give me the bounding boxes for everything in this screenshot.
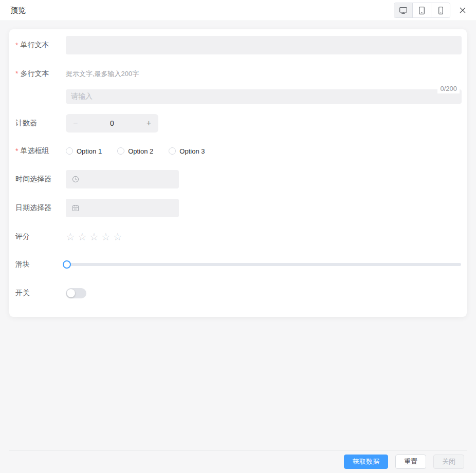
- star-icon[interactable]: ☆: [89, 232, 99, 242]
- toggle-switch[interactable]: [66, 288, 86, 298]
- preview-form-card: * 单行文本 * 多行文本 提示文字,最多输入200字 请输入 0/200 计数…: [9, 29, 467, 317]
- close-icon: [459, 6, 467, 14]
- star-icon[interactable]: ☆: [66, 232, 75, 242]
- radio-circle-icon: [66, 147, 73, 155]
- footer-divider: [9, 450, 467, 450]
- switch-knob: [67, 289, 75, 297]
- single-line-text-input[interactable]: [66, 36, 462, 54]
- monitor-icon: [399, 6, 408, 15]
- multi-line-textarea[interactable]: 请输入: [66, 89, 462, 104]
- device-desktop-button[interactable]: [394, 3, 413, 17]
- field-label: 时间选择器: [15, 170, 66, 188]
- field-single-line-text: * 单行文本: [15, 36, 462, 54]
- preview-header: 预览: [0, 0, 476, 21]
- calendar-icon: [72, 204, 79, 212]
- radio-group: Option 1 Option 2 Option 3: [66, 146, 220, 156]
- star-icon[interactable]: ☆: [113, 232, 122, 242]
- footer-buttons: 获取数据 重置 关闭: [344, 455, 464, 469]
- rating-stars: ☆ ☆ ☆ ☆ ☆: [66, 232, 125, 242]
- footer-bar: 获取数据 重置 关闭: [0, 450, 476, 473]
- time-picker-input[interactable]: [66, 170, 179, 188]
- required-mark: *: [15, 41, 18, 49]
- field-radio-group: * 单选框组 Option 1 Option 2 Option 3: [15, 146, 462, 156]
- field-label: 滑块: [15, 259, 66, 270]
- field-switch: 开关: [15, 288, 462, 298]
- radio-circle-icon: [169, 147, 176, 155]
- radio-circle-icon: [117, 147, 124, 155]
- field-label: * 单行文本: [15, 36, 66, 54]
- page-title: 预览: [10, 6, 26, 15]
- slider-track[interactable]: [64, 263, 461, 266]
- field-label: * 单选框组: [15, 146, 66, 156]
- field-hint-text: 提示文字,最多输入200字: [66, 69, 462, 79]
- field-multi-line-text: * 多行文本 提示文字,最多输入200字 请输入 0/200: [15, 69, 462, 104]
- star-icon[interactable]: ☆: [101, 232, 111, 242]
- close-form-button[interactable]: 关闭: [433, 455, 464, 469]
- device-phone-button[interactable]: [431, 3, 450, 17]
- counter-value[interactable]: 0: [110, 119, 114, 127]
- field-label: 计数器: [15, 114, 66, 133]
- field-rating: 评分 ☆ ☆ ☆ ☆ ☆: [15, 232, 462, 242]
- textarea-placeholder: 请输入: [71, 92, 93, 101]
- decrement-button[interactable]: −: [73, 119, 78, 128]
- field-slider: 滑块: [15, 259, 462, 270]
- field-label: 开关: [15, 288, 66, 298]
- field-date-picker: 日期选择器: [15, 199, 462, 217]
- required-mark: *: [15, 147, 18, 155]
- field-counter: 计数器 − 0 +: [15, 114, 462, 133]
- clock-icon: [72, 176, 79, 183]
- slider-handle[interactable]: [63, 260, 71, 269]
- number-stepper: − 0 +: [66, 114, 158, 133]
- date-picker-input[interactable]: [66, 199, 179, 217]
- device-tablet-button[interactable]: [413, 3, 431, 17]
- required-mark: *: [15, 69, 18, 78]
- close-button[interactable]: [459, 6, 467, 14]
- device-switch-group: [394, 3, 450, 18]
- tablet-icon: [417, 6, 426, 15]
- header-actions: [394, 3, 467, 18]
- radio-option-1[interactable]: Option 1: [66, 147, 102, 155]
- field-label: 日期选择器: [15, 199, 66, 217]
- multi-line-control: 提示文字,最多输入200字 请输入 0/200: [66, 69, 462, 104]
- field-time-picker: 时间选择器: [15, 170, 462, 188]
- textarea-wrap: 请输入 0/200: [66, 89, 462, 104]
- star-icon[interactable]: ☆: [78, 232, 87, 242]
- increment-button[interactable]: +: [147, 119, 151, 128]
- word-count-badge: 0/200: [437, 84, 460, 93]
- radio-option-2[interactable]: Option 2: [117, 147, 153, 155]
- field-label: * 多行文本: [15, 69, 66, 104]
- slider-control: [64, 259, 461, 270]
- radio-option-3[interactable]: Option 3: [169, 147, 205, 155]
- get-data-button[interactable]: 获取数据: [344, 455, 388, 469]
- phone-icon: [436, 6, 445, 15]
- reset-button[interactable]: 重置: [395, 455, 426, 469]
- field-label: 评分: [15, 232, 66, 242]
